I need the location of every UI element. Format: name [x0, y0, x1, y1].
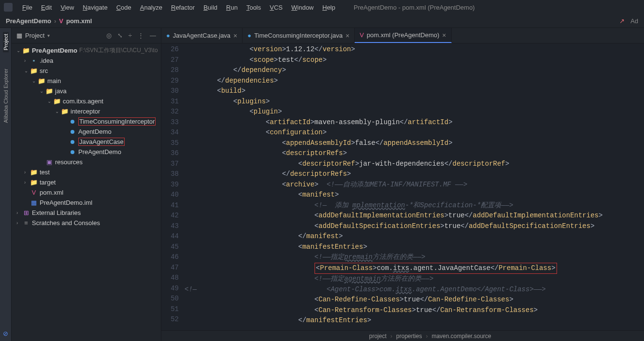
chevron-icon[interactable]: › — [24, 58, 30, 63]
menu-navigate[interactable]: Navigate — [79, 2, 111, 13]
line-number[interactable]: 50 — [161, 294, 179, 304]
code-line[interactable]: <archive> <!——自动添加META-INF/MANIFEST.MF —… — [185, 180, 644, 190]
code-line[interactable]: <artifactId>maven-assembly-plugin</artif… — [185, 117, 644, 128]
code-line[interactable]: <Premain-Class>com.itxs.agent.JavaAgentC… — [185, 263, 644, 274]
rail-alibaba[interactable]: Alibaba Cloud Explorer — [3, 67, 9, 125]
close-icon[interactable]: × — [442, 31, 446, 39]
code-line[interactable]: </manifest> — [185, 231, 644, 242]
line-number[interactable]: 42 — [161, 211, 179, 221]
chevron-icon[interactable]: › — [24, 180, 30, 185]
settings-icon[interactable]: ⋮ — [138, 32, 144, 39]
menu-window[interactable]: Window — [287, 2, 317, 13]
chevron-icon[interactable]: ⌄ — [55, 109, 61, 114]
close-icon[interactable]: × — [233, 32, 237, 40]
line-number[interactable]: 37 — [161, 159, 179, 170]
tree-node-external-libraries[interactable]: ›⊞External Libraries — [12, 208, 161, 218]
chevron-down-icon[interactable]: ▾ — [47, 33, 50, 38]
line-number[interactable]: 29 — [161, 76, 179, 86]
line-number[interactable]: 28 — [161, 65, 179, 76]
line-number[interactable]: 34 — [161, 128, 179, 138]
chevron-icon[interactable]: ⌄ — [32, 78, 38, 84]
chevron-icon[interactable]: ⌄ — [16, 48, 22, 53]
line-number[interactable]: 38 — [161, 169, 179, 180]
tab-javaagentcase-java[interactable]: ●JavaAgentCase.java× — [161, 28, 243, 43]
code-line[interactable]: <descriptorRefs> — [185, 148, 644, 159]
breadcrumb-file[interactable]: pom.xml — [66, 17, 92, 25]
editor-body[interactable]: 2627282930313233343536373839404142434445… — [161, 43, 644, 330]
expand-icon[interactable]: ⤡ — [117, 32, 123, 39]
line-number[interactable]: 33 — [161, 117, 179, 128]
tree-node-com-itxs-agent[interactable]: ⌄📁com.itxs.agent — [12, 96, 161, 106]
menu-analyze[interactable]: Analyze — [136, 2, 166, 13]
menu-help[interactable]: Help — [318, 2, 339, 13]
code-line[interactable]: <build> — [185, 86, 644, 97]
tree-node-target[interactable]: ›📁target — [12, 177, 161, 187]
tree-node-interceptor[interactable]: ⌄📁interceptor — [12, 106, 161, 116]
tree-node-java[interactable]: ⌄📁java — [12, 86, 161, 96]
line-number[interactable]: 43 — [161, 221, 179, 232]
tree-node-timeconsuminginterceptor[interactable]: TimeConsumingInterceptor — [12, 116, 161, 127]
code-line[interactable]: <manifestEntries> — [185, 242, 644, 253]
line-number[interactable]: 51 — [161, 304, 179, 315]
code-line[interactable]: <Can-Redefine-Classes>true</Can-Redefine… — [185, 295, 644, 305]
menu-refactor[interactable]: Refactor — [167, 2, 199, 13]
target-icon[interactable]: ◎ — [106, 32, 112, 39]
code-line[interactable]: </manifestEntries> — [185, 315, 644, 326]
line-number[interactable]: 39 — [161, 180, 179, 190]
menu-code[interactable]: Code — [113, 2, 135, 13]
code-line[interactable]: <plugins> — [185, 97, 644, 107]
code-line[interactable]: <!— <Agent-Class>com.itxs.agent.AgentDem… — [185, 284, 644, 295]
menu-vcs[interactable]: VCS — [266, 2, 286, 13]
tab-pom-xml-preagentdemo-[interactable]: Vpom.xml (PreAgentDemo)× — [355, 28, 451, 43]
code-line[interactable]: <scope>test</scope> — [185, 55, 644, 66]
code-line[interactable]: <plugin> — [185, 107, 644, 117]
code-line[interactable]: <addDefaultSpecificationEntries>true</ad… — [185, 221, 644, 232]
tree-node-preagentdemo[interactable]: PreAgentDemo — [12, 147, 161, 157]
line-number[interactable]: 41 — [161, 200, 179, 211]
project-tree[interactable]: ⌄📁PreAgentDemoF:\SVN工作项目\CU\CU_V3\to›▪.i… — [12, 43, 161, 341]
status-crumb[interactable]: properties — [396, 333, 422, 340]
line-number[interactable]: 44 — [161, 231, 179, 242]
chevron-icon[interactable]: › — [16, 210, 22, 215]
menu-file[interactable]: File — [18, 2, 36, 13]
chevron-icon[interactable]: › — [16, 220, 22, 226]
line-number[interactable]: 40 — [161, 190, 179, 200]
line-number[interactable]: 27 — [161, 55, 179, 66]
tree-node-test[interactable]: ›📁test — [12, 167, 161, 177]
line-number[interactable]: 35 — [161, 138, 179, 149]
menu-tools[interactable]: Tools — [243, 2, 265, 13]
tree-node-scratches-and-consoles[interactable]: ›≡Scratches and Consoles — [12, 218, 161, 228]
status-crumb[interactable]: project — [369, 333, 386, 340]
code-line[interactable]: <!— 添加 mplementation-*和Specification-*配置… — [185, 200, 644, 211]
tab-timeconsuminginterceptor-java[interactable]: ●TimeConsumingInterceptor.java× — [243, 28, 355, 43]
tree-node-preagentdemo[interactable]: ⌄📁PreAgentDemoF:\SVN工作项目\CU\CU_V3\to — [12, 45, 161, 56]
line-number[interactable]: 36 — [161, 148, 179, 159]
tree-node-main[interactable]: ⌄📁main — [12, 76, 161, 86]
chevron-icon[interactable]: ⌄ — [47, 99, 53, 104]
code-line[interactable]: <!——指定premain方法所在的类——> — [185, 252, 644, 263]
chevron-icon[interactable]: › — [24, 170, 30, 175]
code-line[interactable]: <descriptorRef>jar-with-dependencies</de… — [185, 159, 644, 170]
tool-window-label[interactable]: ▦ Project ▾ — [16, 32, 50, 39]
code-line[interactable]: <Can-Retransform-Classes>true</Can-Retra… — [185, 305, 644, 316]
breadcrumb[interactable]: PreAgentDemo › V pom.xml — [6, 17, 92, 25]
menu-edit[interactable]: Edit — [37, 2, 56, 13]
search-icon[interactable]: ↗ — [619, 17, 625, 25]
menu-view[interactable]: View — [57, 2, 78, 13]
line-number[interactable]: 47 — [161, 263, 179, 273]
breadcrumb-bar[interactable]: project›properties›maven.compiler.source — [161, 330, 644, 341]
code-line[interactable]: <!——指定agentmain方法所在的类——> — [185, 274, 644, 284]
line-number[interactable]: 26 — [161, 44, 179, 55]
line-number[interactable]: 31 — [161, 97, 179, 107]
code-line[interactable]: </dependency> — [185, 65, 644, 76]
line-number[interactable]: 48 — [161, 273, 179, 284]
tree-node-pom-xml[interactable]: Vpom.xml — [12, 187, 161, 198]
tree-node-resources[interactable]: ▣resources — [12, 157, 161, 167]
line-number[interactable]: 49 — [161, 284, 179, 294]
close-icon[interactable]: × — [345, 32, 349, 40]
tree-node-javaagentcase[interactable]: JavaAgentCase — [12, 137, 161, 147]
status-crumb[interactable]: maven.compiler.source — [431, 333, 491, 340]
line-number[interactable]: 52 — [161, 314, 179, 325]
menu-run[interactable]: Run — [222, 2, 242, 13]
code-content[interactable]: <version>1.12.12</version> <scope>test</… — [185, 43, 644, 330]
